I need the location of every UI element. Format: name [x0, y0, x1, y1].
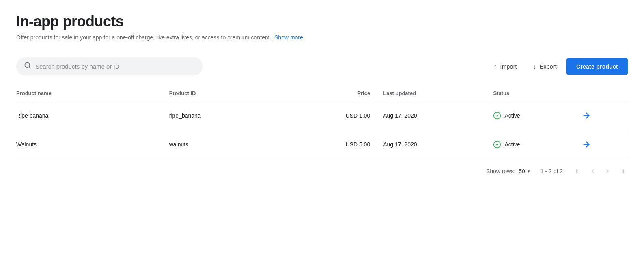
col-price: Price — [291, 85, 383, 101]
search-icon — [24, 62, 31, 71]
prev-page-button[interactable] — [587, 166, 599, 177]
toolbar: Import Export Create product — [16, 57, 628, 75]
chevron-down-icon: ▼ — [527, 169, 531, 174]
page-header: In-app products Offer products for sale … — [16, 13, 628, 41]
nav-buttons — [573, 166, 628, 177]
cell-action[interactable] — [579, 130, 628, 159]
next-page-button[interactable] — [602, 166, 613, 177]
cell-product-id: walnuts — [169, 130, 291, 159]
cell-last-updated: Aug 17, 2020 — [383, 101, 493, 130]
last-page-button[interactable] — [616, 166, 628, 177]
rows-per-page-value: 50 — [519, 168, 525, 174]
rows-select: Show rows: 50 ▼ — [486, 168, 531, 174]
products-table: Product name Product ID Price Last updat… — [16, 85, 628, 159]
toolbar-actions: Import Export Create product — [487, 58, 628, 75]
upload-icon — [493, 63, 497, 70]
cell-status: Active — [493, 130, 579, 159]
header-divider — [16, 49, 628, 49]
page-description: Offer products for sale in your app for … — [16, 34, 628, 41]
cell-product-name: Ripe banana — [16, 101, 169, 130]
rows-dropdown[interactable]: 50 ▼ — [519, 168, 530, 174]
cell-product-name: Walnuts — [16, 130, 169, 159]
row-detail-button[interactable] — [579, 138, 594, 151]
show-more-link[interactable]: Show more — [274, 34, 303, 41]
import-button[interactable]: Import — [487, 59, 523, 74]
search-container[interactable] — [16, 57, 203, 75]
status-active-icon — [493, 112, 501, 120]
cell-price: USD 5.00 — [291, 130, 383, 159]
status-active-icon — [493, 140, 501, 149]
create-product-button[interactable]: Create product — [566, 58, 628, 75]
table-row: Ripe banana ripe_banana USD 1.00 Aug 17,… — [16, 101, 628, 130]
export-button[interactable]: Export — [527, 59, 563, 74]
status-label: Active — [504, 141, 520, 148]
cell-action[interactable] — [579, 101, 628, 130]
download-icon — [533, 63, 536, 70]
col-action — [579, 85, 628, 101]
cell-product-id: ripe_banana — [169, 101, 291, 130]
col-status: Status — [493, 85, 579, 101]
col-last-updated: Last updated — [383, 85, 493, 101]
col-product-id: Product ID — [169, 85, 291, 101]
page-title: In-app products — [16, 13, 628, 30]
search-input[interactable] — [35, 63, 195, 70]
svg-line-1 — [29, 67, 30, 68]
page-info: 1 - 2 of 2 — [541, 168, 563, 174]
table-row: Walnuts walnuts USD 5.00 Aug 17, 2020 Ac… — [16, 130, 628, 159]
first-page-button[interactable] — [573, 166, 584, 177]
show-rows-label: Show rows: — [486, 168, 515, 174]
cell-status: Active — [493, 101, 579, 130]
cell-price: USD 1.00 — [291, 101, 383, 130]
pagination: Show rows: 50 ▼ 1 - 2 of 2 — [16, 159, 628, 180]
row-detail-button[interactable] — [579, 110, 594, 122]
status-label: Active — [504, 112, 520, 119]
cell-last-updated: Aug 17, 2020 — [383, 130, 493, 159]
col-product-name: Product name — [16, 85, 169, 101]
table-header-row: Product name Product ID Price Last updat… — [16, 85, 628, 101]
